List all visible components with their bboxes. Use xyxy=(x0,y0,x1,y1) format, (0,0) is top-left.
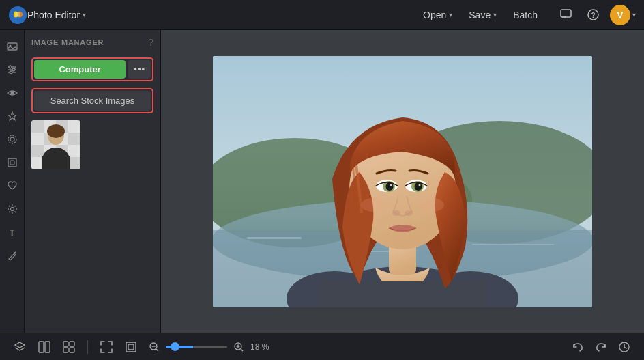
svg-line-21 xyxy=(14,252,16,253)
topbar-right: ? V ▾ xyxy=(555,5,636,25)
more-button[interactable]: ••• xyxy=(128,60,151,79)
svg-point-32 xyxy=(47,124,65,138)
search-stock-button[interactable]: Search Stock Images xyxy=(34,91,151,111)
svg-text:T: T xyxy=(10,228,15,238)
brush-icon[interactable] xyxy=(3,246,22,265)
undo-button[interactable] xyxy=(569,338,587,356)
svg-point-59 xyxy=(392,210,400,216)
star-icon[interactable] xyxy=(3,107,22,126)
svg-rect-66 xyxy=(63,342,68,346)
svg-point-1 xyxy=(15,12,20,17)
bottom-right-controls xyxy=(569,338,633,356)
avatar-wrapper[interactable]: V ▾ xyxy=(610,5,636,25)
svg-rect-69 xyxy=(70,348,74,352)
app-name[interactable]: Photo Editor ▾ xyxy=(27,10,86,20)
svg-rect-42 xyxy=(472,244,554,245)
svg-rect-34 xyxy=(42,156,70,169)
main-area: T IMAGE MANAGER ? Computer ••• Search St… xyxy=(0,30,644,333)
zoom-in-button[interactable] xyxy=(231,340,246,355)
text-icon[interactable]: T xyxy=(3,223,22,242)
image-manager-icon[interactable] xyxy=(3,37,22,56)
computer-btn-group: Computer ••• xyxy=(31,57,153,81)
save-button[interactable]: Save ▾ xyxy=(462,7,503,23)
appname-chevron: ▾ xyxy=(83,11,86,18)
svg-point-61 xyxy=(361,198,385,212)
topbar: Photo Editor ▾ Open ▾ Save ▾ Batch ? xyxy=(0,0,644,30)
svg-text:?: ? xyxy=(591,12,595,19)
svg-point-13 xyxy=(10,92,14,95)
help-icon: ? xyxy=(587,9,599,20)
redo-button[interactable] xyxy=(592,338,610,356)
separator-1 xyxy=(87,340,88,354)
svg-point-62 xyxy=(420,198,444,212)
svg-point-19 xyxy=(10,208,14,211)
svg-point-60 xyxy=(405,210,413,216)
panel-help-icon[interactable]: ? xyxy=(148,37,153,48)
eye-icon[interactable] xyxy=(3,83,22,102)
svg-point-11 xyxy=(12,68,15,71)
frame-icon[interactable] xyxy=(3,153,22,172)
svg-line-78 xyxy=(241,349,243,351)
app-logo xyxy=(8,5,27,25)
svg-rect-23 xyxy=(31,120,44,133)
svg-point-58 xyxy=(419,184,421,186)
image-thumbnail[interactable] xyxy=(31,120,80,169)
panel-header: IMAGE MANAGER ? xyxy=(31,37,153,48)
svg-rect-48 xyxy=(319,281,486,307)
svg-point-57 xyxy=(415,182,422,191)
icon-sidebar: T xyxy=(0,30,25,333)
svg-point-15 xyxy=(10,137,14,141)
svg-rect-41 xyxy=(247,237,302,239)
svg-rect-26 xyxy=(68,133,80,145)
chat-icon xyxy=(560,9,572,20)
chat-icon-button[interactable] xyxy=(555,5,576,25)
grid-bottom-icon[interactable] xyxy=(60,338,78,356)
svg-marker-14 xyxy=(8,112,16,120)
zoom-controls: 18 % xyxy=(147,340,275,355)
svg-rect-65 xyxy=(45,342,50,352)
svg-rect-30 xyxy=(68,157,80,169)
history-button[interactable] xyxy=(615,338,633,356)
svg-rect-27 xyxy=(31,145,44,157)
gear-icon[interactable] xyxy=(3,199,22,219)
bottombar: 18 % xyxy=(0,333,644,360)
main-image xyxy=(213,56,592,307)
svg-rect-5 xyxy=(8,43,17,50)
canvas-area xyxy=(161,30,644,333)
topbar-actions: Open ▾ Save ▾ Batch xyxy=(416,7,544,23)
svg-rect-68 xyxy=(63,348,68,352)
svg-rect-67 xyxy=(70,342,74,346)
layers-icon[interactable] xyxy=(3,130,22,149)
image-manager-panel: IMAGE MANAGER ? Computer ••• Search Stoc… xyxy=(25,30,161,333)
open-button[interactable]: Open ▾ xyxy=(416,7,459,23)
svg-rect-70 xyxy=(126,342,136,352)
compare-bottom-icon[interactable] xyxy=(35,338,53,356)
batch-button[interactable]: Batch xyxy=(506,7,544,23)
avatar-chevron: ▾ xyxy=(632,11,636,18)
computer-button[interactable]: Computer xyxy=(34,60,126,79)
actual-size-icon[interactable] xyxy=(122,338,140,356)
help-icon-button[interactable]: ? xyxy=(583,5,603,25)
thumbnail-area xyxy=(31,120,153,169)
zoom-out-button[interactable] xyxy=(147,340,162,355)
svg-line-74 xyxy=(156,349,158,351)
svg-rect-64 xyxy=(39,342,44,352)
svg-rect-17 xyxy=(8,158,16,167)
panel-title: IMAGE MANAGER xyxy=(31,38,104,46)
zoom-slider[interactable] xyxy=(166,346,227,348)
stock-btn-wrapper: Search Stock Images xyxy=(31,88,153,113)
svg-rect-71 xyxy=(128,344,134,350)
sliders-icon[interactable] xyxy=(3,60,22,79)
zoom-percentage: 18 % xyxy=(250,342,275,352)
svg-point-54 xyxy=(390,184,392,186)
svg-rect-2 xyxy=(561,10,571,17)
heart-icon[interactable] xyxy=(3,176,22,195)
svg-point-10 xyxy=(9,66,12,68)
avatar: V xyxy=(610,5,630,25)
svg-rect-18 xyxy=(10,161,14,165)
svg-marker-63 xyxy=(15,342,25,348)
layers-bottom-icon[interactable] xyxy=(11,338,29,356)
fit-screen-icon[interactable] xyxy=(98,338,115,356)
svg-point-12 xyxy=(10,71,12,74)
svg-point-16 xyxy=(8,135,16,143)
